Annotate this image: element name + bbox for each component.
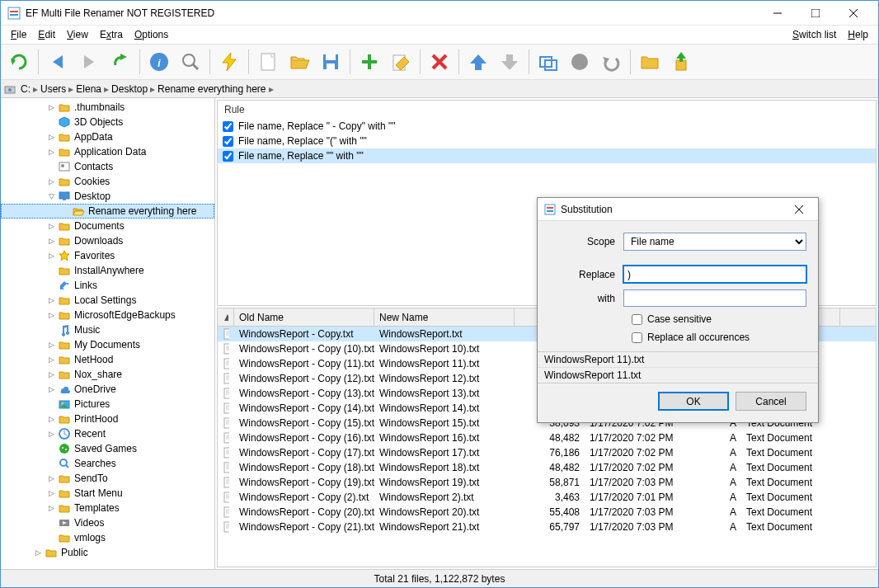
tree-item[interactable]: Music xyxy=(1,322,214,337)
refresh-button[interactable] xyxy=(4,47,34,77)
tree-item[interactable]: Saved Games xyxy=(1,441,214,456)
add-button[interactable] xyxy=(355,47,384,77)
tree-item[interactable]: ▷Recent xyxy=(1,426,214,441)
tree-item[interactable]: Contacts xyxy=(1,159,214,174)
tree-item[interactable]: InstallAnywhere xyxy=(1,263,214,278)
tree-item[interactable]: ▷Application Data xyxy=(1,144,214,159)
dialog-close-button[interactable] xyxy=(787,199,811,220)
tree-item[interactable]: Pictures xyxy=(1,397,214,412)
rule-checkbox[interactable] xyxy=(223,151,233,162)
menu-edit[interactable]: Edit xyxy=(33,27,60,42)
tree-expander[interactable]: ▷ xyxy=(47,489,56,498)
tree-item[interactable]: ▷Favorites xyxy=(1,248,214,263)
tree-expander[interactable]: ▷ xyxy=(47,133,56,142)
tree-expander[interactable]: ▷ xyxy=(47,341,56,350)
file-row[interactable]: WindowsReport - Copy (18).txtWindowsRepo… xyxy=(218,460,876,475)
dialog-titlebar[interactable]: Substitution xyxy=(538,198,818,221)
tree-expander[interactable]: ▷ xyxy=(47,103,56,112)
delete-button[interactable] xyxy=(425,47,454,77)
tree-expander[interactable]: ▷ xyxy=(47,430,56,439)
tree-expander[interactable]: ▷ xyxy=(47,296,56,305)
file-row[interactable]: WindowsReport - Copy (2).txtWindowsRepor… xyxy=(218,490,876,505)
minimize-button[interactable] xyxy=(759,2,796,25)
open-button[interactable] xyxy=(284,47,314,77)
tree-item[interactable]: ▷Downloads xyxy=(1,233,214,248)
col-newname[interactable]: New Name xyxy=(374,308,515,326)
tree-item[interactable]: Videos xyxy=(1,515,214,530)
col-oldname[interactable]: Old Name xyxy=(234,308,374,326)
file-row[interactable]: WindowsReport - Copy (21).txtWindowsRepo… xyxy=(218,520,876,534)
tree-expander[interactable]: ▷ xyxy=(47,355,56,365)
tree-item[interactable]: ▷AppData xyxy=(1,129,214,144)
menu-file[interactable]: File xyxy=(6,27,31,42)
replace-all-checkbox[interactable] xyxy=(632,332,642,343)
tree-expander[interactable]: ▷ xyxy=(47,474,56,483)
undo-button[interactable] xyxy=(596,47,626,77)
rule-checkbox[interactable] xyxy=(223,136,233,147)
back-button[interactable] xyxy=(43,47,73,77)
tree-item[interactable]: Searches xyxy=(1,456,214,471)
apply-button[interactable] xyxy=(534,47,563,77)
path-segment[interactable]: Elena xyxy=(74,83,103,95)
close-button[interactable] xyxy=(834,2,872,25)
tree-expander[interactable]: ▷ xyxy=(34,548,43,557)
path-segment[interactable]: C: xyxy=(19,83,32,95)
tree-item[interactable]: 3D Objects xyxy=(1,115,214,129)
with-input[interactable] xyxy=(623,289,806,307)
tree-item[interactable]: ▷Start Menu xyxy=(1,486,214,501)
tree-expander[interactable] xyxy=(47,266,56,275)
rule-row[interactable]: File name, Replace "(" with "" xyxy=(218,134,876,148)
maximize-button[interactable] xyxy=(797,2,834,25)
tree-expander[interactable] xyxy=(47,326,56,335)
menu-view[interactable]: View xyxy=(62,27,93,42)
tree-item[interactable]: Rename everything here xyxy=(1,204,214,219)
file-row[interactable]: WindowsReport - Copy (20).txtWindowsRepo… xyxy=(218,505,876,520)
info-button[interactable]: i xyxy=(144,47,174,77)
move-up-button[interactable] xyxy=(463,47,493,77)
up-button[interactable] xyxy=(106,47,135,77)
tree-item[interactable]: ▷.thumbnails xyxy=(1,100,214,115)
tree-item[interactable]: ▷MicrosoftEdgeBackups xyxy=(1,308,214,322)
tree-expander[interactable]: ▷ xyxy=(47,311,56,320)
tree-item[interactable]: ▷Documents xyxy=(1,219,214,233)
file-row[interactable]: WindowsReport - Copy (17).txtWindowsRepo… xyxy=(218,445,876,460)
tree-item[interactable]: vmlogs xyxy=(1,530,214,545)
tree-expander[interactable]: ▷ xyxy=(47,237,56,246)
tree-expander[interactable]: ▷ xyxy=(47,504,56,513)
folder-button[interactable] xyxy=(635,47,665,77)
path-segment[interactable]: Rename everything here xyxy=(156,83,267,95)
tree-expander[interactable] xyxy=(47,281,56,290)
tree-expander[interactable]: ▷ xyxy=(47,370,56,379)
save-button[interactable] xyxy=(316,47,345,77)
tree-expander[interactable] xyxy=(47,118,56,127)
tree-expander[interactable] xyxy=(47,534,56,543)
tree-expander[interactable] xyxy=(47,519,56,528)
case-sensitive-checkbox[interactable] xyxy=(632,314,642,325)
execute-button[interactable] xyxy=(214,47,244,77)
tree-expander[interactable] xyxy=(47,400,56,409)
tree-item[interactable]: ▷NetHood xyxy=(1,352,214,367)
tree-expander[interactable] xyxy=(47,459,56,468)
new-button[interactable] xyxy=(253,47,283,77)
file-row[interactable]: WindowsReport - Copy (16).txtWindowsRepo… xyxy=(218,430,876,445)
tree-item[interactable]: ▷Nox_share xyxy=(1,367,214,382)
file-row[interactable]: WindowsReport - Copy (19).txtWindowsRepo… xyxy=(218,475,876,490)
tree-item[interactable]: ▷Templates xyxy=(1,501,214,515)
tree-item[interactable]: ▷OneDrive xyxy=(1,382,214,397)
col-icon[interactable] xyxy=(218,308,234,326)
ok-button[interactable]: OK xyxy=(658,392,729,411)
tree-expander[interactable]: ▷ xyxy=(47,252,56,261)
search-button[interactable] xyxy=(176,47,205,77)
rule-checkbox[interactable] xyxy=(223,121,233,132)
tree-item[interactable]: Links xyxy=(1,278,214,293)
menu-help[interactable]: Help xyxy=(843,27,873,42)
export-button[interactable] xyxy=(666,47,696,77)
cancel-button[interactable]: Cancel xyxy=(736,392,806,411)
edit-rule-button[interactable] xyxy=(386,47,416,77)
tree-expander[interactable] xyxy=(47,445,56,454)
path-segment[interactable]: Desktop xyxy=(110,83,149,95)
tree-expander[interactable]: ▽ xyxy=(47,192,56,201)
tree-expander[interactable]: ▷ xyxy=(47,222,56,231)
record-button[interactable] xyxy=(565,47,595,77)
rule-row[interactable]: File name, Replace " - Copy" with "" xyxy=(218,119,876,134)
